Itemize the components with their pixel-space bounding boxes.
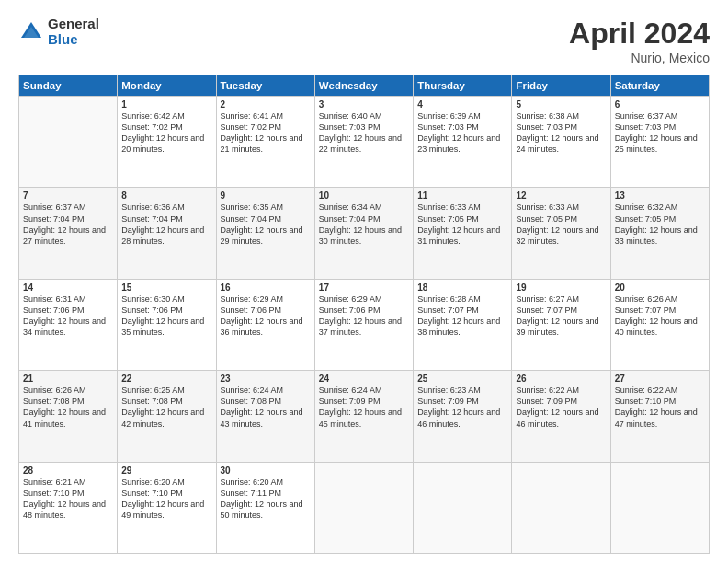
calendar-cell: 14Sunrise: 6:31 AMSunset: 7:06 PMDayligh…	[19, 279, 118, 370]
day-number: 23	[221, 373, 311, 384]
day-number: 10	[319, 190, 409, 201]
calendar-cell: 28Sunrise: 6:21 AMSunset: 7:10 PMDayligh…	[19, 462, 118, 553]
month-title: April 2024	[569, 17, 710, 51]
cell-info: Sunrise: 6:32 AMSunset: 7:05 PMDaylight:…	[615, 201, 705, 247]
week-row-1: 1Sunrise: 6:42 AMSunset: 7:02 PMDaylight…	[19, 97, 710, 188]
calendar-cell	[512, 462, 610, 553]
calendar-cell: 22Sunrise: 6:25 AMSunset: 7:08 PMDayligh…	[118, 371, 216, 462]
day-number: 17	[319, 282, 409, 293]
calendar-cell: 4Sunrise: 6:39 AMSunset: 7:03 PMDaylight…	[414, 97, 512, 188]
cell-info: Sunrise: 6:34 AMSunset: 7:04 PMDaylight:…	[319, 201, 409, 247]
day-number: 18	[417, 282, 507, 293]
calendar-cell: 2Sunrise: 6:41 AMSunset: 7:02 PMDaylight…	[216, 97, 314, 188]
day-number: 9	[221, 190, 311, 201]
col-header-monday: Monday	[118, 75, 216, 97]
cell-info: Sunrise: 6:30 AMSunset: 7:06 PMDaylight:…	[121, 293, 211, 339]
cell-info: Sunrise: 6:36 AMSunset: 7:04 PMDaylight:…	[121, 201, 211, 247]
week-row-5: 28Sunrise: 6:21 AMSunset: 7:10 PMDayligh…	[19, 462, 710, 553]
location: Nurio, Mexico	[569, 51, 710, 65]
calendar: SundayMondayTuesdayWednesdayThursdayFrid…	[18, 75, 710, 554]
day-number: 22	[121, 373, 211, 384]
cell-info: Sunrise: 6:24 AMSunset: 7:09 PMDaylight:…	[319, 385, 409, 430]
day-number: 11	[417, 190, 507, 201]
cell-info: Sunrise: 6:38 AMSunset: 7:03 PMDaylight:…	[516, 110, 606, 155]
calendar-cell: 30Sunrise: 6:20 AMSunset: 7:11 PMDayligh…	[216, 462, 314, 553]
week-row-3: 14Sunrise: 6:31 AMSunset: 7:06 PMDayligh…	[19, 279, 710, 370]
day-number: 1	[121, 99, 211, 109]
calendar-cell: 13Sunrise: 6:32 AMSunset: 7:05 PMDayligh…	[610, 188, 709, 279]
col-header-wednesday: Wednesday	[314, 75, 413, 97]
calendar-cell: 10Sunrise: 6:34 AMSunset: 7:04 PMDayligh…	[314, 188, 413, 279]
calendar-cell	[414, 462, 512, 553]
calendar-cell: 23Sunrise: 6:24 AMSunset: 7:08 PMDayligh…	[216, 371, 314, 462]
calendar-cell: 12Sunrise: 6:33 AMSunset: 7:05 PMDayligh…	[512, 188, 610, 279]
day-number: 27	[615, 373, 705, 384]
cell-info: Sunrise: 6:22 AMSunset: 7:10 PMDaylight:…	[615, 385, 705, 430]
logo-icon	[18, 19, 44, 45]
day-number: 20	[615, 282, 705, 293]
calendar-cell: 11Sunrise: 6:33 AMSunset: 7:05 PMDayligh…	[414, 188, 512, 279]
day-number: 29	[121, 465, 211, 476]
calendar-cell: 18Sunrise: 6:28 AMSunset: 7:07 PMDayligh…	[414, 279, 512, 370]
calendar-cell: 17Sunrise: 6:29 AMSunset: 7:06 PMDayligh…	[314, 279, 413, 370]
cell-info: Sunrise: 6:20 AMSunset: 7:10 PMDaylight:…	[121, 477, 211, 522]
calendar-cell: 26Sunrise: 6:22 AMSunset: 7:09 PMDayligh…	[512, 371, 610, 462]
cell-info: Sunrise: 6:23 AMSunset: 7:09 PMDaylight:…	[417, 385, 507, 430]
cell-info: Sunrise: 6:39 AMSunset: 7:03 PMDaylight:…	[417, 110, 507, 155]
cell-info: Sunrise: 6:20 AMSunset: 7:11 PMDaylight:…	[221, 477, 311, 522]
calendar-cell: 5Sunrise: 6:38 AMSunset: 7:03 PMDaylight…	[512, 97, 610, 188]
week-row-4: 21Sunrise: 6:26 AMSunset: 7:08 PMDayligh…	[19, 371, 710, 462]
calendar-cell: 8Sunrise: 6:36 AMSunset: 7:04 PMDaylight…	[118, 188, 216, 279]
day-number: 14	[23, 282, 113, 293]
day-number: 6	[615, 99, 705, 109]
day-number: 3	[319, 99, 409, 109]
cell-info: Sunrise: 6:42 AMSunset: 7:02 PMDaylight:…	[121, 110, 211, 155]
cell-info: Sunrise: 6:21 AMSunset: 7:10 PMDaylight:…	[23, 477, 113, 522]
day-number: 5	[516, 99, 606, 109]
calendar-header: SundayMondayTuesdayWednesdayThursdayFrid…	[19, 75, 710, 97]
cell-info: Sunrise: 6:29 AMSunset: 7:06 PMDaylight:…	[319, 293, 409, 339]
cell-info: Sunrise: 6:22 AMSunset: 7:09 PMDaylight:…	[516, 385, 606, 430]
col-header-saturday: Saturday	[610, 75, 709, 97]
calendar-cell: 19Sunrise: 6:27 AMSunset: 7:07 PMDayligh…	[512, 279, 610, 370]
cell-info: Sunrise: 6:33 AMSunset: 7:05 PMDaylight:…	[417, 201, 507, 247]
calendar-cell	[610, 462, 709, 553]
day-number: 15	[121, 282, 211, 293]
calendar-body: 1Sunrise: 6:42 AMSunset: 7:02 PMDaylight…	[19, 97, 710, 554]
cell-info: Sunrise: 6:24 AMSunset: 7:08 PMDaylight:…	[221, 385, 311, 430]
logo-text: General Blue	[48, 17, 99, 47]
calendar-cell: 9Sunrise: 6:35 AMSunset: 7:04 PMDaylight…	[216, 188, 314, 279]
day-number: 16	[221, 282, 311, 293]
calendar-cell: 1Sunrise: 6:42 AMSunset: 7:02 PMDaylight…	[118, 97, 216, 188]
day-number: 30	[221, 465, 311, 476]
cell-info: Sunrise: 6:29 AMSunset: 7:06 PMDaylight:…	[221, 293, 311, 339]
calendar-cell: 6Sunrise: 6:37 AMSunset: 7:03 PMDaylight…	[610, 97, 709, 188]
header-row: SundayMondayTuesdayWednesdayThursdayFrid…	[19, 75, 710, 97]
cell-info: Sunrise: 6:25 AMSunset: 7:08 PMDaylight:…	[121, 385, 211, 430]
calendar-cell: 21Sunrise: 6:26 AMSunset: 7:08 PMDayligh…	[19, 371, 118, 462]
cell-info: Sunrise: 6:26 AMSunset: 7:07 PMDaylight:…	[615, 293, 705, 339]
cell-info: Sunrise: 6:28 AMSunset: 7:07 PMDaylight:…	[417, 293, 507, 339]
cell-info: Sunrise: 6:27 AMSunset: 7:07 PMDaylight:…	[516, 293, 606, 339]
calendar-cell: 7Sunrise: 6:37 AMSunset: 7:04 PMDaylight…	[19, 188, 118, 279]
cell-info: Sunrise: 6:41 AMSunset: 7:02 PMDaylight:…	[221, 110, 311, 155]
day-number: 21	[23, 373, 113, 384]
calendar-cell: 15Sunrise: 6:30 AMSunset: 7:06 PMDayligh…	[118, 279, 216, 370]
title-block: April 2024 Nurio, Mexico	[569, 17, 710, 65]
calendar-cell: 24Sunrise: 6:24 AMSunset: 7:09 PMDayligh…	[314, 371, 413, 462]
calendar-cell: 3Sunrise: 6:40 AMSunset: 7:03 PMDaylight…	[314, 97, 413, 188]
logo-blue: Blue	[48, 32, 99, 48]
col-header-sunday: Sunday	[19, 75, 118, 97]
cell-info: Sunrise: 6:33 AMSunset: 7:05 PMDaylight:…	[516, 201, 606, 247]
calendar-cell: 20Sunrise: 6:26 AMSunset: 7:07 PMDayligh…	[610, 279, 709, 370]
cell-info: Sunrise: 6:26 AMSunset: 7:08 PMDaylight:…	[23, 385, 113, 430]
calendar-cell: 25Sunrise: 6:23 AMSunset: 7:09 PMDayligh…	[414, 371, 512, 462]
cell-info: Sunrise: 6:37 AMSunset: 7:03 PMDaylight:…	[615, 110, 705, 155]
calendar-cell: 16Sunrise: 6:29 AMSunset: 7:06 PMDayligh…	[216, 279, 314, 370]
day-number: 28	[23, 465, 113, 476]
day-number: 12	[516, 190, 606, 201]
page: General Blue April 2024 Nurio, Mexico Su…	[0, 0, 728, 563]
col-header-tuesday: Tuesday	[216, 75, 314, 97]
cell-info: Sunrise: 6:35 AMSunset: 7:04 PMDaylight:…	[221, 201, 311, 247]
logo: General Blue	[18, 17, 99, 47]
